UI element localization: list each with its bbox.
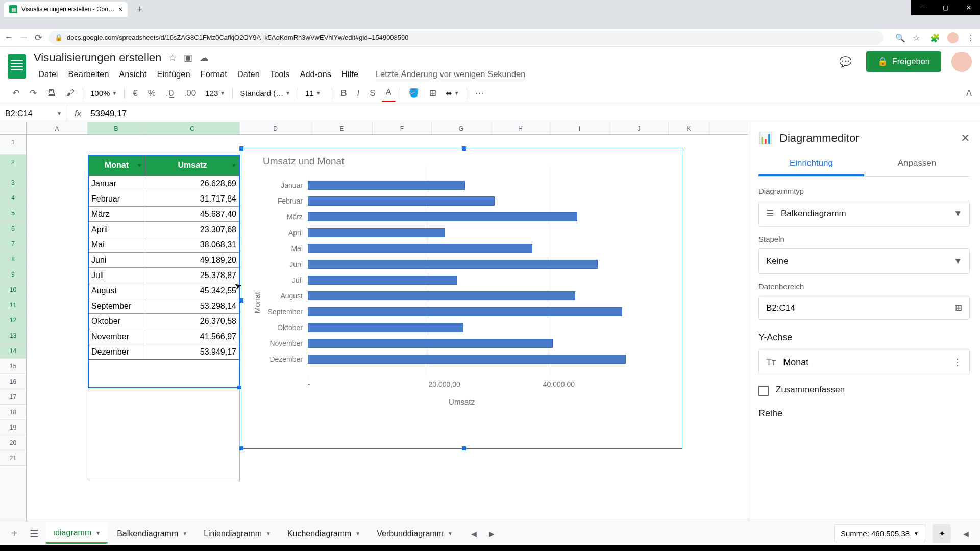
cell-month[interactable]: Oktober [88,314,145,329]
sheet-nav-right[interactable]: ▶ [484,525,500,542]
bar[interactable] [308,291,575,300]
table-row[interactable]: Januar26.628,69 [88,176,239,191]
table-row[interactable]: August45.342,55 [88,283,239,298]
explore-button[interactable]: ✦ [933,524,951,543]
comments-button[interactable]: 💬 [836,52,856,72]
cell-month[interactable]: Februar [88,191,145,206]
row-header-12[interactable]: 12 [0,313,26,328]
sheet-nav-left[interactable]: ◀ [466,525,482,542]
table-row[interactable]: Dezember53.949,17 [88,344,239,359]
profile-avatar[interactable] [951,52,972,72]
col-header-J[interactable]: J [609,122,669,134]
col-header-G[interactable]: G [432,122,491,134]
zoom-icon[interactable]: 🔍 [895,33,904,42]
star-icon[interactable]: ☆ [168,52,177,63]
borders-button[interactable]: ⊞ [425,85,440,102]
number-format-dropdown[interactable]: 123▼ [202,87,228,99]
cell-value[interactable]: 53.949,17 [145,344,239,359]
reload-button[interactable]: ⟳ [35,32,42,43]
menu-tools[interactable]: Tools [265,67,295,81]
yaxis-field[interactable]: Tт Monat ⋮ [758,349,970,375]
aggregate-checkbox[interactable]: Zusammenfassen [758,385,970,396]
paint-format-button[interactable]: 🖌 [62,85,79,102]
percent-button[interactable]: % [144,85,160,102]
move-icon[interactable]: ▣ [184,52,192,63]
address-bar[interactable]: 🔒 docs.google.com/spreadsheets/d/16sZAG8… [48,31,883,45]
browser-tab[interactable]: ▦ Visualisierungen erstellen - Goo… × [4,2,128,17]
row-header-9[interactable]: 9 [0,267,26,282]
cloud-icon[interactable]: ☁ [200,52,209,63]
cell-month[interactable]: August [88,283,145,298]
bar[interactable] [308,355,626,364]
menu-format[interactable]: Format [196,67,232,81]
cell-month[interactable]: März [88,207,145,221]
cell-value[interactable]: 31.717,84 [145,191,239,206]
sum-status[interactable]: Summe: 460.505,38▼ [834,524,925,542]
cell-month[interactable]: September [88,298,145,313]
close-tab-icon[interactable]: × [118,5,122,13]
menu-icon[interactable]: ⋮ [967,33,976,42]
chart-title[interactable]: Umsatz und Monat [241,148,682,167]
bar[interactable] [308,339,553,348]
merge-button[interactable]: ⬌▼ [443,87,462,100]
more-toolbar-button[interactable]: ⋯ [471,85,488,102]
menu-ansicht[interactable]: Ansicht [114,67,151,81]
cell-month[interactable]: Januar [88,176,145,191]
cell-value[interactable]: 26.628,69 [145,176,239,191]
cell-month[interactable]: Juli [88,268,145,283]
row-header-18[interactable]: 18 [0,405,26,420]
document-title[interactable]: Visualisierungen erstellen [34,51,161,64]
tab-einrichtung[interactable]: Einrichtung [758,152,864,176]
table-row[interactable]: Februar31.717,84 [88,191,239,206]
menu-hilfe[interactable]: Hilfe [337,67,363,81]
col-header-D[interactable]: D [240,122,311,134]
row-header-1[interactable]: 1 [0,135,26,155]
cell-value[interactable]: 49.189,20 [145,253,239,267]
tab-anpassen[interactable]: Anpassen [864,152,970,176]
row-header-11[interactable]: 11 [0,297,26,313]
sheet-tab[interactable]: Verbunddiagramm▼ [370,523,460,544]
cell-value[interactable]: 25.378,87 [145,268,239,283]
sheet-tab[interactable]: ıdiagramm▼ [46,523,108,544]
cell-value[interactable]: 41.566,97 [145,329,239,344]
sheet-tab[interactable]: Balkendiagramm▼ [110,523,194,544]
bar[interactable] [308,260,598,269]
bar[interactable] [308,196,495,206]
filter-icon[interactable]: ▾ [138,162,141,169]
undo-button[interactable]: ↶ [8,85,23,102]
extensions-icon[interactable]: 🧩 [930,33,939,42]
cell-value[interactable]: 45.342,55 [145,283,239,298]
close-editor-button[interactable]: ✕ [961,132,970,145]
bar[interactable] [308,212,577,221]
zoom-dropdown[interactable]: 100%▼ [87,87,120,99]
font-dropdown[interactable]: Standard (…▼ [237,87,293,99]
col-header-F[interactable]: F [373,122,432,134]
header-monat[interactable]: Monat ▾ [88,155,145,176]
table-row[interactable]: Juni49.189,20 [88,252,239,267]
table-row[interactable]: November41.566,97 [88,329,239,344]
select-all-corner[interactable] [0,122,27,134]
col-header-C[interactable]: C [145,122,240,134]
col-header-A[interactable]: A [27,122,88,134]
chart-type-select[interactable]: ☰ Balkendiagramm ▼ [758,201,970,227]
col-header-B[interactable]: B [88,122,145,134]
col-header-E[interactable]: E [311,122,373,134]
strike-button[interactable]: S [365,85,379,102]
menu-daten[interactable]: Daten [233,67,264,81]
back-button[interactable]: ← [4,32,13,43]
menu-bearbeiten[interactable]: Bearbeiten [64,67,114,81]
cell-month[interactable]: Mai [88,237,145,252]
selection-handle[interactable] [237,386,241,389]
menu-einfuegen[interactable]: Einfügen [152,67,194,81]
close-window-button[interactable]: ✕ [957,0,980,15]
stacking-select[interactable]: Keine ▼ [758,248,970,274]
forward-button[interactable]: → [19,32,29,43]
more-icon[interactable]: ⋮ [953,357,962,368]
row-header-19[interactable]: 19 [0,420,26,435]
minimize-button[interactable]: ─ [911,0,934,15]
sheet-tab[interactable]: Kuchendiagramm▼ [280,523,368,544]
bar[interactable] [308,307,622,316]
row-header-13[interactable]: 13 [0,328,26,343]
cell-value[interactable]: 53.298,14 [145,298,239,313]
bar[interactable] [308,323,463,332]
